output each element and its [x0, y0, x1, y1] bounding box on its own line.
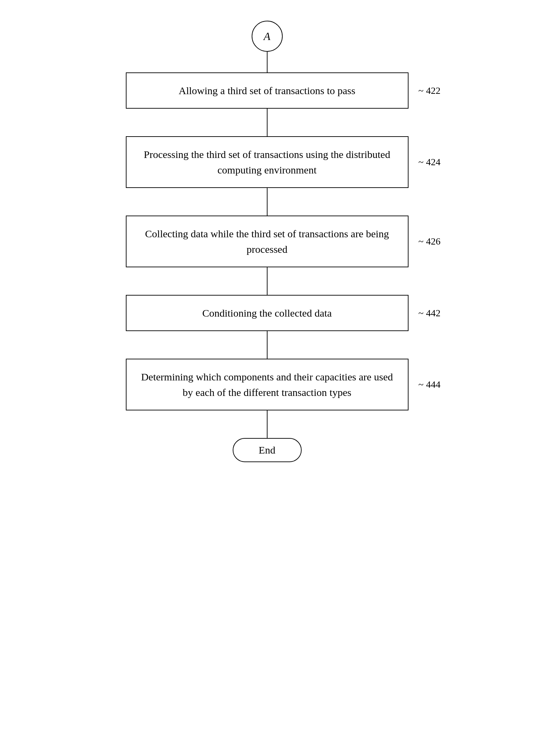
node-442-label: ~ 442	[419, 308, 441, 319]
node-444-label: ~ 444	[419, 379, 441, 390]
connector-6	[267, 410, 268, 438]
flowchart: A Allowing a third set of transactions t…	[0, 0, 534, 483]
node-426-box: Collecting data while the third set of t…	[126, 216, 409, 267]
node-424-row: Processing the third set of transactions…	[126, 136, 409, 188]
start-node-row: A	[0, 21, 534, 52]
connector-2	[267, 109, 268, 136]
connector-3	[267, 188, 268, 216]
node-424-label: ~ 424	[419, 157, 441, 168]
connector-1	[267, 52, 268, 72]
connector-5	[267, 331, 268, 359]
end-node-row: End	[0, 438, 534, 462]
node-444-text: Determining which components and their c…	[141, 371, 393, 398]
node-442-text: Conditioning the collected data	[202, 307, 332, 319]
end-circle: End	[233, 438, 302, 462]
connector-4	[267, 267, 268, 295]
node-422-text: Allowing a third set of transactions to …	[179, 85, 355, 96]
start-circle: A	[252, 21, 283, 52]
node-442-box: Conditioning the collected data	[126, 295, 409, 331]
node-442-row: Conditioning the collected data ~ 442	[126, 295, 409, 331]
end-label: End	[259, 444, 275, 456]
node-424-text: Processing the third set of transactions…	[144, 149, 390, 176]
node-444-row: Determining which components and their c…	[126, 359, 409, 410]
node-422-label: ~ 422	[419, 85, 441, 96]
node-444-box: Determining which components and their c…	[126, 359, 409, 410]
node-426-label: ~ 426	[419, 236, 441, 247]
node-422-row: Allowing a third set of transactions to …	[126, 72, 409, 109]
node-426-row: Collecting data while the third set of t…	[126, 216, 409, 267]
node-426-text: Collecting data while the third set of t…	[145, 228, 389, 255]
node-424-box: Processing the third set of transactions…	[126, 136, 409, 188]
start-label: A	[264, 30, 271, 43]
node-422-box: Allowing a third set of transactions to …	[126, 72, 409, 109]
